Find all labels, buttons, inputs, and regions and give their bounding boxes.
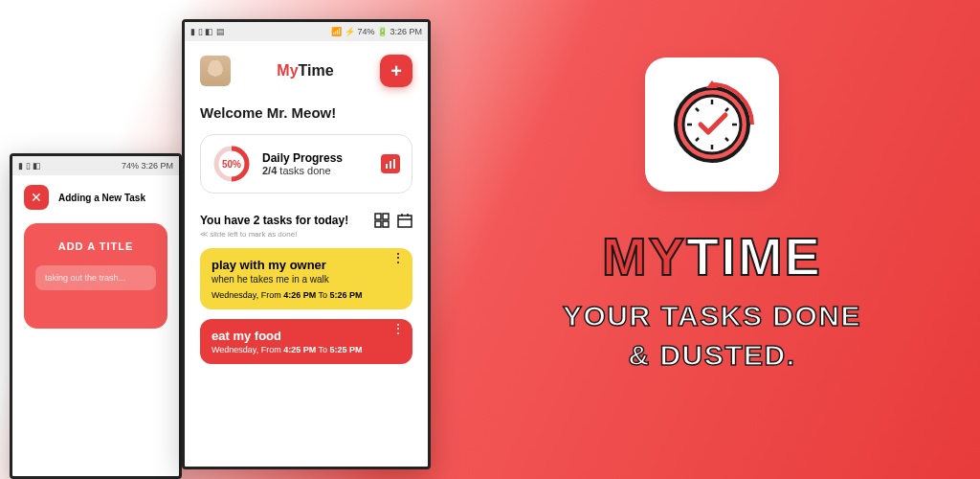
task-card[interactable]: ⋮ eat my food Wednesday, From 4:25 PM To… bbox=[200, 319, 412, 364]
clock-check-icon bbox=[664, 77, 760, 172]
progress-count: 2/4 tasks done bbox=[262, 165, 369, 176]
task-time: Wednesday, From 4:26 PM To 5:26 PM bbox=[212, 290, 401, 300]
brand-tagline: YOUR TASKS DONE& DUSTED. bbox=[501, 297, 923, 375]
status-bar: ▮ ▯ ◧ 74% 3:26 PM bbox=[12, 156, 179, 175]
svg-rect-17 bbox=[375, 221, 381, 227]
branding-panel: MYTIME YOUR TASKS DONE& DUSTED. bbox=[501, 57, 923, 375]
task-title-input[interactable] bbox=[35, 265, 156, 290]
add-task-button[interactable]: + bbox=[380, 55, 412, 87]
task-title: eat my food bbox=[212, 329, 401, 343]
tasks-heading: You have 2 tasks for today! bbox=[200, 214, 348, 227]
svg-rect-19 bbox=[398, 216, 412, 227]
phone-mockup-home: ▮ ▯ ◧ ▤ 📶 ⚡ 74% 🔋 3:26 PM MyTime + Welco… bbox=[182, 19, 431, 469]
status-bar: ▮ ▯ ◧ ▤ 📶 ⚡ 74% 🔋 3:26 PM bbox=[185, 22, 428, 41]
svg-rect-16 bbox=[383, 214, 389, 219]
grid-view-icon[interactable] bbox=[374, 213, 390, 228]
phone-mockup-addtask: ▮ ▯ ◧ 74% 3:26 PM ✕ Adding a New Task AD… bbox=[10, 153, 182, 479]
avatar[interactable] bbox=[200, 56, 231, 86]
task-title: play with my owner bbox=[212, 258, 401, 272]
slide-hint: ≪ slide left to mark as done! bbox=[200, 230, 412, 239]
app-logo-tile bbox=[645, 57, 779, 192]
svg-rect-15 bbox=[375, 214, 381, 219]
progress-label: Daily Progress bbox=[262, 151, 369, 165]
app-title: MyTime bbox=[277, 62, 333, 80]
progress-ring-icon: 50% bbox=[212, 145, 251, 183]
progress-card[interactable]: 50% Daily Progress 2/4 tasks done bbox=[200, 134, 412, 194]
stats-icon[interactable] bbox=[381, 154, 400, 173]
task-desc: when he takes me in a walk bbox=[212, 274, 401, 285]
task-time: Wednesday, From 4:25 PM To 5:25 PM bbox=[212, 345, 401, 354]
svg-rect-14 bbox=[393, 159, 395, 169]
svg-rect-18 bbox=[383, 221, 389, 227]
welcome-text: Welcome Mr. Meow! bbox=[200, 104, 412, 121]
task-menu-icon[interactable]: ⋮ bbox=[391, 327, 405, 332]
add-title-heading: ADD A TITLE bbox=[35, 240, 156, 252]
close-button[interactable]: ✕ bbox=[24, 185, 49, 210]
add-task-panel: ADD A TITLE bbox=[24, 223, 167, 329]
task-card[interactable]: ⋮ play with my owner when he takes me in… bbox=[200, 248, 412, 309]
svg-rect-12 bbox=[386, 164, 388, 169]
calendar-icon[interactable] bbox=[397, 213, 412, 228]
task-menu-icon[interactable]: ⋮ bbox=[391, 256, 405, 262]
svg-rect-13 bbox=[390, 161, 391, 169]
screen-title: Adding a New Task bbox=[58, 193, 145, 203]
brand-title: MYTIME bbox=[501, 230, 923, 284]
